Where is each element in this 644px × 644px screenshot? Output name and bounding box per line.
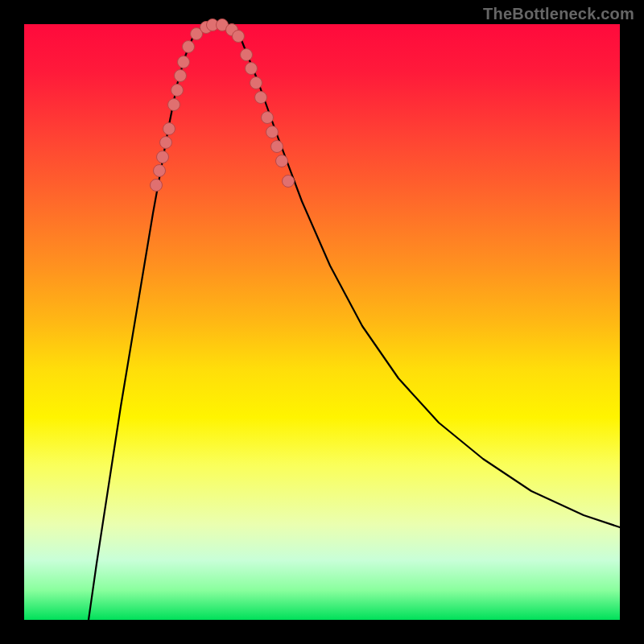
curve-svg	[24, 24, 620, 620]
marker-dot	[163, 123, 175, 135]
marker-dot	[246, 63, 258, 75]
marker-dot	[157, 151, 169, 163]
marker-dot	[154, 165, 166, 177]
marker-dot	[178, 56, 190, 68]
marker-dot	[250, 77, 262, 89]
bottleneck-curve	[89, 24, 620, 620]
watermark-label: TheBottleneck.com	[483, 5, 634, 23]
marker-dot	[233, 31, 245, 43]
marker-dots	[151, 19, 295, 192]
plot-area	[24, 24, 620, 620]
marker-dot	[151, 180, 163, 192]
marker-dot	[255, 92, 267, 104]
marker-dot	[183, 41, 195, 53]
marker-dot	[241, 49, 253, 61]
marker-dot	[168, 99, 180, 111]
marker-dot	[262, 112, 274, 124]
marker-dot	[175, 70, 187, 82]
marker-dot	[276, 155, 288, 167]
marker-dot	[283, 175, 295, 188]
marker-dot	[271, 141, 283, 153]
marker-dot	[160, 137, 172, 149]
marker-dot	[171, 85, 184, 97]
marker-dot	[266, 126, 279, 138]
chart-frame: TheBottleneck.com	[0, 0, 644, 644]
